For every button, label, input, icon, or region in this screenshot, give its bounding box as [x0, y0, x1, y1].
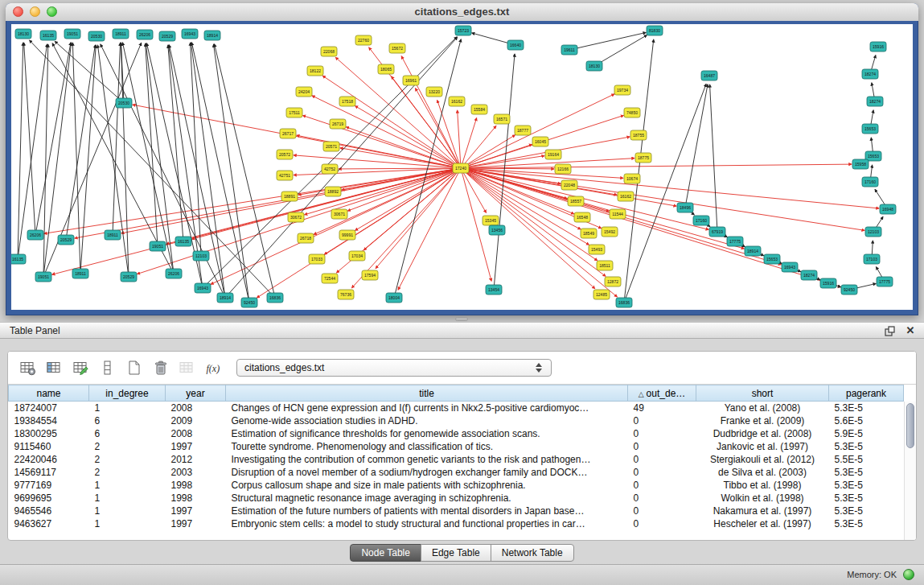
graph-node[interactable]: 76736 — [338, 290, 354, 299]
memory-indicator-button[interactable] — [903, 569, 914, 580]
graph-node[interactable]: 18274 — [801, 270, 817, 280]
graph-node[interactable]: 18914 — [217, 293, 233, 303]
graph-node[interactable]: 74850 — [624, 108, 640, 117]
graph-node[interactable]: 18914 — [204, 31, 220, 40]
graph-node[interactable]: 17775 — [727, 237, 743, 246]
graph-node[interactable]: 15584 — [471, 105, 487, 114]
table-row[interactable]: 946554611997Estimation of the future num… — [9, 505, 904, 517]
graph-node[interactable]: 17103 — [864, 254, 880, 264]
graph-node[interactable]: 12485 — [593, 290, 610, 299]
edit-table-button[interactable] — [69, 357, 91, 378]
graph-node[interactable]: 16943 — [782, 262, 798, 272]
table-row[interactable]: 1456911722003Disruption of a novel membe… — [9, 466, 904, 479]
close-button[interactable] — [13, 6, 23, 17]
column-header-short[interactable]: short — [696, 385, 829, 402]
graph-node[interactable]: 16135 — [40, 31, 56, 40]
graph-node[interactable]: 18130 — [15, 29, 31, 39]
graph-node[interactable]: 11544 — [610, 209, 626, 219]
column-header-title[interactable]: title — [226, 385, 628, 402]
graph-node[interactable]: 24204 — [296, 87, 312, 97]
graph-node[interactable]: 26719 — [330, 119, 346, 129]
graph-node[interactable]: 15345 — [483, 216, 499, 225]
graph-node[interactable]: 26717 — [280, 129, 296, 138]
minimize-button[interactable] — [30, 6, 40, 17]
table-scrollbar[interactable] — [904, 402, 916, 541]
graph-node[interactable]: 15653 — [764, 254, 780, 264]
network-canvas[interactable]: 1724022068181222420417511267172057242751… — [11, 24, 913, 310]
graph-node[interactable]: 92450 — [841, 285, 857, 295]
table-selector-dropdown[interactable]: citations_edges.txt — [236, 359, 552, 377]
table-settings-button[interactable] — [16, 357, 38, 378]
delete-table-button[interactable] — [149, 357, 170, 378]
graph-node[interactable]: 17034 — [349, 251, 365, 261]
table-row[interactable]: 969969511998Structural magnetic resonanc… — [9, 492, 904, 505]
graph-node[interactable]: 15916 — [820, 278, 836, 288]
graph-node[interactable]: 18557 — [568, 196, 584, 206]
graph-node[interactable]: 17033 — [309, 254, 325, 264]
column-header-out_de[interactable]: △out_de… — [628, 385, 696, 402]
graph-node[interactable]: 30672 — [288, 212, 304, 222]
column-header-pagerank[interactable]: pagerank — [829, 385, 904, 402]
graph-node[interactable]: 18891 — [281, 192, 298, 201]
graph-node[interactable]: 18065 — [378, 64, 394, 74]
graph-node[interactable]: 15916 — [870, 42, 886, 51]
network-window-titlebar[interactable]: citations_edges.txt — [6, 3, 918, 22]
graph-node[interactable]: 13456 — [489, 225, 505, 235]
graph-node[interactable]: 18892 — [325, 187, 341, 196]
graph-node[interactable]: 20529 — [159, 31, 175, 41]
graph-node[interactable]: 17518 — [339, 97, 355, 106]
graph-node[interactable]: 15492 — [602, 227, 618, 237]
graph-node[interactable]: 15958 — [852, 159, 869, 169]
graph-node[interactable]: 18549 — [581, 229, 597, 238]
graph-node[interactable]: 15493 — [589, 245, 605, 254]
graph-node[interactable]: 18911 — [105, 230, 121, 240]
graph-node[interactable]: 26206 — [137, 30, 153, 39]
graph-node[interactable]: 30671 — [331, 209, 347, 219]
graph-node[interactable]: 19734 — [614, 85, 630, 95]
graph-node[interactable]: 15723 — [455, 26, 471, 35]
graph-node[interactable]: 17240 — [453, 163, 469, 173]
graph-node[interactable]: 16135 — [175, 237, 191, 246]
graph-node[interactable]: 26718 — [298, 233, 314, 243]
graph-node[interactable]: 26206 — [166, 269, 182, 278]
table-row[interactable]: 977716911998Corpus callosum shape and si… — [9, 479, 904, 492]
graph-node[interactable]: 67919 — [709, 227, 725, 237]
table-row[interactable]: 1938455462009Genome-wide association stu… — [9, 414, 904, 427]
graph-node[interactable]: 18914 — [745, 246, 761, 256]
graph-node[interactable]: 20530 — [116, 98, 132, 108]
close-panel-icon[interactable]: ✕ — [905, 325, 916, 336]
graph-node[interactable]: 22048 — [561, 180, 577, 190]
graph-node[interactable]: 18911 — [72, 269, 88, 278]
graph-node[interactable]: 12103 — [865, 227, 881, 237]
graph-node[interactable]: 16640 — [507, 40, 524, 50]
graph-node[interactable]: 17594 — [362, 270, 378, 280]
graph-node[interactable]: 18496 — [677, 203, 693, 212]
column-header-year[interactable]: year — [166, 385, 226, 402]
graph-node[interactable]: 18130 — [586, 61, 602, 71]
graph-node[interactable]: 16135 — [11, 254, 26, 264]
graph-node[interactable]: 12166 — [555, 164, 571, 174]
panel-splitter-handle[interactable] — [455, 317, 468, 321]
graph-node[interactable]: 16045 — [532, 137, 548, 146]
scrollbar-thumb[interactable] — [906, 403, 914, 448]
column-header-name[interactable]: name — [9, 385, 89, 402]
float-panel-icon[interactable] — [884, 325, 895, 336]
graph-node[interactable]: 20530 — [88, 31, 105, 41]
graph-node[interactable]: 15653 — [862, 124, 878, 134]
graph-node[interactable]: 16836 — [267, 293, 283, 303]
select-columns-button[interactable] — [43, 357, 64, 378]
table-row[interactable]: 911546021997Tourette syndrome. Phenomeno… — [9, 440, 904, 453]
graph-node[interactable]: 18775 — [635, 153, 651, 163]
graph-node[interactable]: 81830 — [647, 26, 663, 35]
graph-node[interactable]: 18777 — [515, 126, 531, 135]
graph-node[interactable]: 16961 — [403, 76, 419, 85]
graph-node[interactable]: 16162 — [618, 192, 634, 201]
graph-node[interactable]: 18004 — [386, 293, 402, 303]
graph-node[interactable]: 13454 — [486, 285, 502, 295]
graph-node[interactable]: 19051 — [150, 241, 166, 251]
column-header-in_degree[interactable]: in_degree — [89, 385, 166, 402]
row-view-button[interactable] — [96, 357, 117, 378]
graph-node[interactable]: 16487 — [701, 71, 717, 80]
graph-node[interactable]: 72544 — [322, 274, 338, 283]
graph-node[interactable]: 20572 — [277, 150, 293, 159]
